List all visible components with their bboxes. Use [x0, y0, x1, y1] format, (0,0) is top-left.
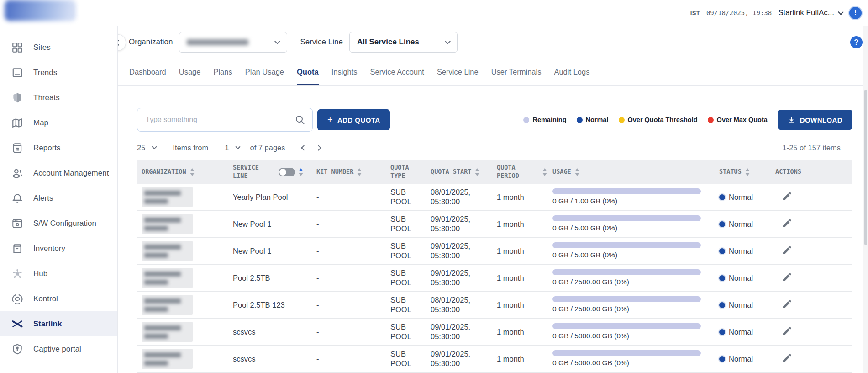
- sidebar-item-map[interactable]: Map: [0, 110, 117, 135]
- sort-icon[interactable]: [357, 168, 362, 176]
- chevron-down-icon: [236, 144, 241, 149]
- organization-redacted: [142, 214, 193, 234]
- organization-select[interactable]: [179, 32, 287, 53]
- edit-pencil-icon[interactable]: [782, 195, 793, 203]
- sidebar-item-label: Kontrol: [33, 294, 58, 304]
- column-header-quota-period: QUOTA PERIOD: [492, 160, 548, 184]
- page-select[interactable]: 1: [225, 144, 240, 152]
- search-icon[interactable]: [295, 114, 305, 125]
- column-label: QUOTA START: [431, 168, 471, 176]
- tab-quota[interactable]: Quota: [297, 59, 319, 85]
- chevron-down-icon: [152, 144, 157, 149]
- tab-user-terminals[interactable]: User Terminals: [491, 59, 542, 85]
- column-header-organization: ORGANIZATION: [137, 160, 228, 184]
- cell-quota-start: 09/01/2025, 05:30:00: [426, 322, 485, 341]
- sidebar-item-s-w-configuration[interactable]: S/W Configuration: [0, 211, 117, 236]
- status-dot-icon: [719, 194, 725, 200]
- cell-quota-type: SUB POOL: [386, 187, 420, 206]
- cell-organization: [137, 214, 228, 234]
- cell-kit-number: -: [312, 273, 386, 283]
- tab-audit-logs[interactable]: Audit Logs: [554, 59, 589, 85]
- search-input[interactable]: [137, 108, 313, 132]
- cell-service-line: New Pool 1: [228, 246, 312, 256]
- service-line-select[interactable]: All Service Lines: [349, 32, 458, 53]
- sidebar-item-kontrol[interactable]: Kontrol: [0, 286, 117, 311]
- status-dot-icon: [719, 329, 725, 335]
- legend-item-over-quota-threshold: Over Quota Threshold: [619, 116, 698, 123]
- cell-usage: 0 GB / 5000.00 GB (0%): [548, 323, 715, 340]
- cell-quota-type: SUB POOL: [386, 214, 420, 233]
- legend-label: Normal: [586, 116, 609, 123]
- sort-icon[interactable]: [542, 168, 547, 176]
- usage-legend: RemainingNormalOver Quota ThresholdOver …: [523, 116, 767, 123]
- sidebar-item-label: Inventory: [33, 244, 65, 253]
- alert-badge-icon[interactable]: !: [849, 7, 862, 19]
- page-scrollbar-thumb[interactable]: [864, 90, 867, 245]
- edit-pencil-icon[interactable]: [782, 249, 793, 257]
- download-button[interactable]: DOWNLOAD: [778, 110, 852, 130]
- tab-service-account[interactable]: Service Account: [370, 59, 424, 85]
- service-line-toggle[interactable]: [279, 168, 295, 176]
- organization-value-redacted: [187, 39, 248, 45]
- sidebar-item-label: Starlink: [33, 320, 62, 329]
- edit-pencil-icon[interactable]: [782, 330, 793, 338]
- legend-dot-icon: [708, 117, 714, 123]
- sidebar-item-reports[interactable]: Reports: [0, 135, 117, 160]
- tab-plan-usage[interactable]: Plan Usage: [245, 59, 284, 85]
- tab-usage[interactable]: Usage: [179, 59, 201, 85]
- column-header-quota-start: QUOTA START: [426, 160, 492, 184]
- sidebar-item-alerts[interactable]: Alerts: [0, 186, 117, 211]
- add-quota-button[interactable]: + ADD QUOTA: [317, 109, 390, 130]
- edit-pencil-icon[interactable]: [782, 303, 793, 311]
- edit-pencil-icon[interactable]: [782, 357, 793, 365]
- kontrol-icon: [11, 293, 23, 305]
- usage-text: 0 GB / 2500.00 GB (0%): [552, 304, 715, 313]
- edit-pencil-icon[interactable]: [782, 222, 793, 230]
- organization-redacted: [142, 349, 193, 369]
- items-range-label: 1-25 of 157 items: [783, 144, 841, 152]
- chevron-down-icon: [838, 9, 844, 15]
- cell-usage: 0 GB / 5.00 GB (0%): [548, 242, 715, 259]
- sidebar-item-threats[interactable]: Threats: [0, 85, 117, 110]
- sidebar: SitesTrendsThreatsMapReportsAccount Mana…: [0, 26, 118, 373]
- quota-table: ORGANIZATIONSERVICE LINEKIT NUMBERQUOTA …: [137, 160, 852, 373]
- table-row: Pool 2.5TB 123-SUB POOL08/01/2025, 05:30…: [137, 292, 852, 319]
- next-page-button[interactable]: [313, 142, 325, 154]
- cell-status: Normal: [715, 246, 771, 256]
- usage-progress-bar: [552, 188, 701, 194]
- account-menu[interactable]: Starlink FullAc...: [778, 8, 843, 17]
- sidebar-item-account-management[interactable]: Account Management: [0, 160, 117, 186]
- sidebar-item-trends[interactable]: Trends: [0, 60, 117, 85]
- sidebar-item-inventory[interactable]: Inventory: [0, 236, 117, 261]
- status-label: Normal: [729, 219, 753, 229]
- sidebar-item-captive-portal[interactable]: Captive portal: [0, 336, 117, 362]
- help-icon[interactable]: ?: [850, 36, 863, 48]
- cell-quota-start: 09/01/2025, 05:30:00: [426, 214, 485, 233]
- edit-pencil-icon[interactable]: [782, 276, 793, 284]
- column-label: USAGE: [552, 168, 571, 176]
- tab-insights[interactable]: Insights: [331, 59, 358, 85]
- page-scrollbar-track: [863, 26, 868, 373]
- sort-icon[interactable]: [475, 168, 479, 176]
- sort-icon[interactable]: [575, 168, 579, 176]
- sidebar-item-starlink[interactable]: Starlink: [0, 311, 117, 336]
- sidebar-item-sites[interactable]: Sites: [0, 35, 117, 60]
- usage-text: 0 GB / 5.00 GB (0%): [552, 224, 715, 232]
- page-size-select[interactable]: 25: [137, 144, 156, 152]
- sort-icon[interactable]: [299, 168, 303, 176]
- tab-dashboard[interactable]: Dashboard: [129, 59, 166, 85]
- sidebar-item-label: Captive portal: [33, 345, 81, 354]
- prev-page-button[interactable]: [298, 142, 310, 154]
- sidebar-item-hub[interactable]: Hub: [0, 261, 117, 286]
- cell-status: Normal: [715, 300, 771, 310]
- timezone-label[interactable]: IST: [690, 10, 700, 16]
- tab-plans[interactable]: Plans: [213, 59, 232, 85]
- status-label: Normal: [729, 273, 753, 283]
- tab-bar: DashboardUsagePlansPlan UsageQuotaInsigh…: [118, 59, 868, 86]
- sort-icon[interactable]: [745, 168, 750, 176]
- page-size-value: 25: [137, 144, 145, 152]
- tab-service-line[interactable]: Service Line: [437, 59, 479, 85]
- cell-usage: 0 GB / 2500.00 GB (0%): [548, 269, 715, 286]
- chevron-down-icon: [445, 38, 451, 44]
- sort-icon[interactable]: [190, 168, 195, 176]
